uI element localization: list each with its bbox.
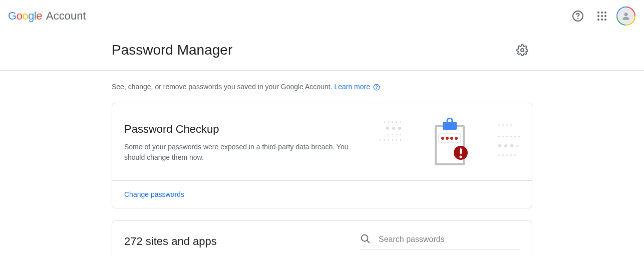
svg-point-4 — [604, 12, 606, 14]
clipboard-alert-icon — [430, 118, 470, 168]
search-icon — [360, 233, 371, 246]
search-input[interactable] — [379, 235, 520, 244]
checkup-title: Password Checkup — [124, 123, 360, 136]
apps-grid-icon[interactable] — [592, 6, 612, 26]
gear-icon[interactable] — [512, 40, 532, 60]
password-checkup-card: Password Checkup Some of your passwords … — [112, 103, 532, 208]
sites-card: 272 sites and apps — [112, 220, 532, 256]
svg-line-28 — [367, 240, 369, 242]
google-logo: Google — [8, 10, 42, 23]
svg-point-21 — [446, 137, 449, 140]
checkup-illustration — [380, 115, 520, 170]
product-label: Account — [46, 10, 86, 23]
intro-text: See, change, or remove passwords you sav… — [112, 83, 532, 91]
help-icon[interactable] — [568, 6, 588, 26]
svg-point-11 — [624, 13, 628, 16]
svg-point-7 — [604, 15, 606, 17]
change-passwords-button[interactable]: Change passwords — [124, 190, 184, 198]
svg-point-6 — [601, 15, 603, 17]
sites-title: 272 sites and apps — [124, 235, 217, 248]
svg-point-1 — [578, 19, 578, 19]
svg-point-10 — [604, 19, 606, 21]
svg-point-26 — [460, 156, 462, 158]
svg-point-2 — [597, 12, 599, 14]
svg-point-9 — [601, 19, 603, 21]
svg-point-18 — [447, 118, 452, 123]
learn-more-label: Learn more — [334, 83, 370, 91]
svg-point-14 — [377, 89, 377, 89]
search-box[interactable] — [360, 233, 520, 249]
help-inline-icon — [373, 84, 380, 91]
svg-point-3 — [601, 12, 603, 14]
svg-point-5 — [597, 15, 599, 17]
avatar[interactable] — [616, 6, 636, 26]
page-title: Password Manager — [112, 42, 232, 58]
svg-rect-25 — [460, 148, 462, 154]
svg-point-23 — [455, 137, 458, 140]
svg-point-12 — [521, 49, 524, 52]
learn-more-link[interactable]: Learn more — [334, 83, 380, 91]
intro-prefix: See, change, or remove passwords you sav… — [112, 83, 334, 91]
brand-area[interactable]: Google Account — [8, 10, 86, 23]
svg-point-22 — [450, 137, 453, 140]
svg-point-8 — [597, 19, 599, 21]
checkup-description: Some of your passwords were exposed in a… — [124, 142, 360, 163]
svg-point-20 — [441, 137, 444, 140]
